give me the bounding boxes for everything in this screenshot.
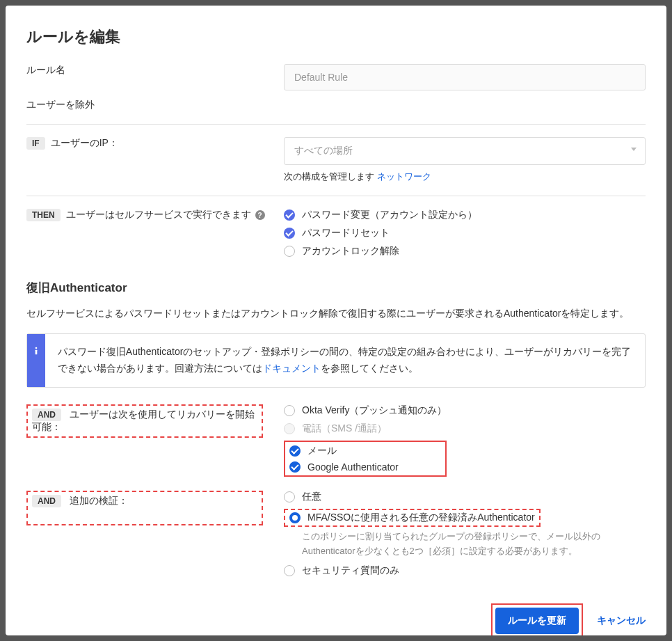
- if-row: IF ユーザーのIP： すべての場所 次の構成を管理します ネットワーク: [26, 137, 646, 183]
- user-ip-select[interactable]: すべての場所: [284, 137, 646, 165]
- info-box-body: パスワード復旧Authenticatorのセットアップ・登録ポリシーの間の、特定…: [45, 334, 645, 387]
- if-left: IF ユーザーのIP：: [26, 137, 284, 150]
- checkbox-checked-icon: [284, 228, 295, 239]
- checkbox-checked-icon: [289, 445, 301, 457]
- user-ip-select-value: すべての場所: [294, 145, 353, 156]
- checkbox-unchecked-icon: [284, 405, 295, 416]
- then-options: パスワード変更（アカウント設定から） パスワードリセット アカウントロック解除: [284, 209, 646, 263]
- help-icon[interactable]: ?: [255, 210, 265, 220]
- then-option-account-unlock[interactable]: アカウントロック解除: [284, 245, 646, 258]
- and-tag: AND: [32, 409, 61, 421]
- then-left: THEN ユーザーはセルフサービスで実行できます ?: [26, 209, 284, 221]
- and-additional-row: AND 追加の検証： 任意 MFA/SSOに使用される任意の登録済みAuthen…: [26, 491, 646, 583]
- additional-option-note: このポリシーに割り当てられたグループの登録ポリシーで、メール以外のAuthent…: [302, 530, 646, 559]
- if-label: ユーザーのIP：: [51, 137, 118, 150]
- then-option-password-change[interactable]: パスワード変更（アカウント設定から）: [284, 209, 646, 221]
- recovery-option-google-authenticator[interactable]: Google Authenticator: [289, 461, 441, 473]
- recovery-option-email[interactable]: メール: [289, 445, 441, 457]
- svg-point-0: [35, 347, 38, 349]
- highlight-additional-label: AND 追加の検証：: [26, 491, 263, 525]
- modal-footer: ルールを更新 キャンセル: [26, 603, 646, 635]
- radio-unselected-icon: [284, 565, 295, 576]
- edit-rule-modal: ルールを編集 ルール名 Default Rule ユーザーを除外 IF ユーザー…: [6, 6, 666, 635]
- highlight-recovery-label: AND ユーザーは次を使用してリカバリーを開始可能：: [26, 404, 263, 438]
- highlight-recovery-selected: メール Google Authenticator: [284, 441, 447, 477]
- checkbox-disabled-icon: [284, 423, 295, 434]
- exclude-users-row: ユーザーを除外: [26, 99, 646, 111]
- documentation-link[interactable]: ドキュメント: [262, 363, 321, 374]
- checkbox-unchecked-icon: [284, 246, 295, 257]
- manage-config-text: 次の構成を管理します ネットワーク: [284, 171, 646, 183]
- radio-selected-icon: [289, 512, 301, 523]
- and-recovery-options: Okta Verify（プッシュ通知のみ） 電話（SMS /通話） メール Go…: [284, 404, 646, 477]
- and-additional-options: 任意 MFA/SSOに使用される任意の登録済みAuthenticator このポ…: [284, 491, 646, 583]
- svg-rect-1: [35, 350, 38, 355]
- chevron-down-icon: [631, 148, 637, 151]
- if-tag: IF: [26, 137, 45, 150]
- then-row: THEN ユーザーはセルフサービスで実行できます ? パスワード変更（アカウント…: [26, 209, 646, 263]
- then-tag: THEN: [26, 209, 61, 221]
- recovery-option-okta-verify[interactable]: Okta Verify（プッシュ通知のみ）: [284, 404, 646, 417]
- then-option-password-reset[interactable]: パスワードリセット: [284, 227, 646, 239]
- recovery-authenticator-desc: セルフサービスによるパスワードリセットまたはアカウントロック解除で復旧する際にユ…: [26, 306, 646, 321]
- and-additional-label: 追加の検証：: [70, 495, 128, 506]
- rule-name-label: ルール名: [26, 64, 284, 77]
- recovery-option-phone: 電話（SMS /通話）: [284, 422, 646, 435]
- radio-unselected-icon: [284, 491, 295, 502]
- info-box: パスワード復旧Authenticatorのセットアップ・登録ポリシーの間の、特定…: [26, 333, 646, 388]
- and-tag: AND: [32, 495, 61, 507]
- then-label: ユーザーはセルフサービスで実行できます: [66, 209, 251, 221]
- and-recovery-row: AND ユーザーは次を使用してリカバリーを開始可能： Okta Verify（プ…: [26, 404, 646, 477]
- highlight-update-button: ルールを更新: [491, 603, 583, 635]
- modal-title: ルールを編集: [26, 26, 646, 47]
- info-icon: [27, 334, 45, 387]
- additional-option-security-question[interactable]: セキュリティ質問のみ: [284, 564, 646, 577]
- rule-name-input[interactable]: Default Rule: [284, 64, 646, 90]
- additional-option-any[interactable]: 任意: [284, 491, 646, 503]
- and-recovery-label: ユーザーは次を使用してリカバリーを開始可能：: [32, 409, 255, 432]
- divider: [26, 124, 646, 125]
- update-rule-button[interactable]: ルールを更新: [495, 608, 579, 634]
- checkbox-checked-icon: [284, 209, 295, 221]
- checkbox-checked-icon: [289, 461, 301, 473]
- exclude-users-label: ユーザーを除外: [26, 99, 284, 111]
- network-link[interactable]: ネットワーク: [377, 171, 431, 182]
- recovery-authenticator-title: 復旧Authenticator: [26, 280, 646, 296]
- highlight-additional-selected: MFA/SSOに使用される任意の登録済みAuthenticator: [284, 509, 541, 527]
- cancel-button[interactable]: キャンセル: [597, 615, 646, 627]
- divider: [26, 196, 646, 196]
- rule-name-row: ルール名 Default Rule: [26, 64, 646, 90]
- additional-option-mfa-sso[interactable]: MFA/SSOに使用される任意の登録済みAuthenticator: [289, 512, 535, 524]
